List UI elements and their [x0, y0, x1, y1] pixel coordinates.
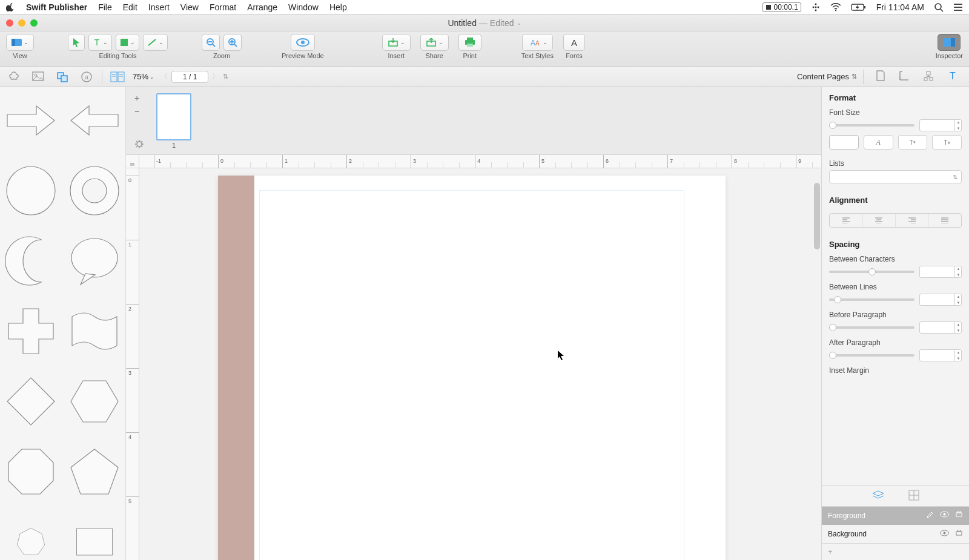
zoom-level-dropdown[interactable]: 75%⌄	[133, 72, 154, 81]
print-button[interactable]	[458, 34, 481, 51]
line-spacing-slider[interactable]	[829, 298, 914, 301]
clipart-tab-icon[interactable]	[5, 69, 23, 85]
shape-speech-bubble[interactable]	[65, 231, 125, 291]
align-left-button[interactable]	[830, 214, 863, 227]
document-page[interactable]	[218, 176, 726, 560]
spotlight-icon[interactable]	[934, 2, 944, 12]
shape-circle[interactable]	[1, 161, 61, 220]
add-layer-button[interactable]: +	[822, 543, 969, 560]
selection-tool-button[interactable]	[68, 34, 85, 51]
shape-octagon[interactable]	[1, 442, 61, 501]
align-right-button[interactable]	[896, 214, 929, 227]
share-button[interactable]: ⌄	[420, 34, 449, 51]
shape-cross[interactable]	[1, 301, 61, 361]
menu-window[interactable]: Window	[288, 2, 319, 12]
font-size-field[interactable]: ▲▼	[919, 119, 962, 131]
shape-donut[interactable]	[65, 161, 125, 220]
line-spacing-field[interactable]: ▲▼	[919, 294, 962, 306]
alignment-segmented-control[interactable]	[829, 213, 962, 228]
menu-file[interactable]: File	[98, 2, 112, 12]
add-page-button[interactable]: +	[134, 93, 144, 103]
zoom-out-button[interactable]	[202, 34, 220, 51]
line-tool-button[interactable]: ⌄	[143, 34, 168, 51]
app-name[interactable]: Swift Publisher	[26, 2, 87, 12]
window-minimize-button[interactable]	[18, 19, 25, 27]
shape-wave-banner[interactable]	[65, 301, 125, 361]
shape-hexagon[interactable]	[65, 372, 125, 431]
shape-rectangle[interactable]	[65, 512, 125, 560]
layer-print-icon[interactable]	[955, 511, 963, 521]
inspector-toggle-button[interactable]	[938, 34, 961, 51]
shape-arrow-right[interactable]	[1, 91, 61, 150]
menu-insert[interactable]: Insert	[148, 2, 170, 12]
layer-visible-icon[interactable]	[940, 511, 949, 521]
larger-text-button[interactable]: T▴	[932, 135, 962, 150]
italic-button[interactable]: A	[864, 135, 893, 150]
layer-edit-icon[interactable]	[926, 511, 934, 521]
remove-page-button[interactable]: −	[134, 107, 144, 116]
vertical-ruler[interactable]: 0123456	[126, 168, 139, 560]
page-stepper-icon[interactable]: ⇅	[223, 73, 228, 81]
next-page-button[interactable]: 〉	[212, 71, 219, 82]
photos-tab-icon[interactable]	[29, 69, 47, 85]
zoom-in-button[interactable]	[223, 34, 242, 51]
view-mode-button[interactable]: ⌄	[6, 34, 34, 51]
page-thumbnail-1[interactable]: 1	[155, 93, 193, 149]
canvas-vertical-scrollbar[interactable]	[814, 183, 820, 559]
window-title[interactable]: Untitled — Edited ⌄	[448, 18, 521, 28]
content-pages-dropdown[interactable]: Content Pages ⇅	[797, 72, 857, 81]
facing-pages-icon[interactable]	[108, 69, 127, 85]
clock[interactable]: Fri 11:04 AM	[876, 2, 924, 12]
appearance-panel-icon[interactable]	[923, 70, 934, 83]
align-center-button[interactable]	[863, 214, 896, 227]
font-size-slider[interactable]	[829, 124, 914, 127]
shape-tool-button[interactable]: ⌄	[116, 34, 139, 51]
after-para-field[interactable]: ▲▼	[919, 349, 962, 361]
page-options-button[interactable]	[134, 139, 144, 151]
screen-recorder-indicator[interactable]: 00:00.1	[762, 2, 801, 12]
text-styles-button[interactable]: AA⌄	[522, 34, 553, 51]
battery-icon[interactable]	[851, 3, 867, 12]
menu-view[interactable]: View	[180, 2, 199, 12]
layer-print-icon[interactable]	[955, 530, 963, 539]
prev-page-button[interactable]: 〈	[160, 71, 168, 82]
char-spacing-slider[interactable]	[829, 271, 914, 273]
page-indicator[interactable]: 1 / 1	[171, 71, 208, 83]
menu-help[interactable]: Help	[329, 2, 347, 12]
before-para-slider[interactable]	[829, 326, 914, 329]
align-justify-button[interactable]	[929, 214, 962, 227]
document-panel-icon[interactable]	[876, 70, 885, 83]
preview-mode-button[interactable]	[291, 34, 315, 51]
layers-view-icon[interactable]	[872, 490, 884, 502]
ruler-unit-label[interactable]: in	[126, 155, 139, 168]
lists-dropdown[interactable]: ⇅	[829, 170, 962, 183]
apple-menu-icon[interactable]	[6, 2, 15, 12]
shape-arrow-left[interactable]	[65, 91, 125, 150]
shape-heptagon[interactable]	[1, 512, 61, 560]
menu-extra-icon[interactable]	[811, 2, 821, 12]
layer-visible-icon[interactable]	[940, 530, 949, 539]
text-panel-icon[interactable]: T	[947, 70, 958, 83]
after-para-slider[interactable]	[829, 354, 914, 357]
window-close-button[interactable]	[6, 19, 13, 27]
char-spacing-field[interactable]: ▲▼	[919, 266, 962, 278]
insert-button[interactable]: ⌄	[382, 34, 411, 51]
menu-edit[interactable]: Edit	[123, 2, 137, 12]
shape-pentagon[interactable]	[65, 442, 125, 501]
text-tab-icon[interactable]: a	[78, 69, 96, 85]
shapes-tab-icon[interactable]	[53, 69, 71, 85]
window-zoom-button[interactable]	[30, 19, 38, 27]
before-para-field[interactable]: ▲▼	[919, 321, 962, 334]
text-color-button[interactable]	[829, 135, 859, 150]
grid-view-icon[interactable]	[908, 490, 919, 502]
menu-format[interactable]: Format	[210, 2, 236, 12]
menu-arrange[interactable]: Arrange	[247, 2, 277, 12]
menu-list-icon[interactable]	[953, 3, 963, 12]
wifi-icon[interactable]	[830, 3, 841, 12]
text-tool-button[interactable]: T⌄	[88, 34, 112, 51]
layer-foreground[interactable]: Foreground	[822, 507, 969, 525]
fonts-button[interactable]: A	[563, 34, 585, 51]
smaller-text-button[interactable]: T▾	[898, 135, 928, 150]
shape-crescent[interactable]	[1, 231, 61, 291]
layer-background[interactable]: Background	[822, 525, 969, 543]
